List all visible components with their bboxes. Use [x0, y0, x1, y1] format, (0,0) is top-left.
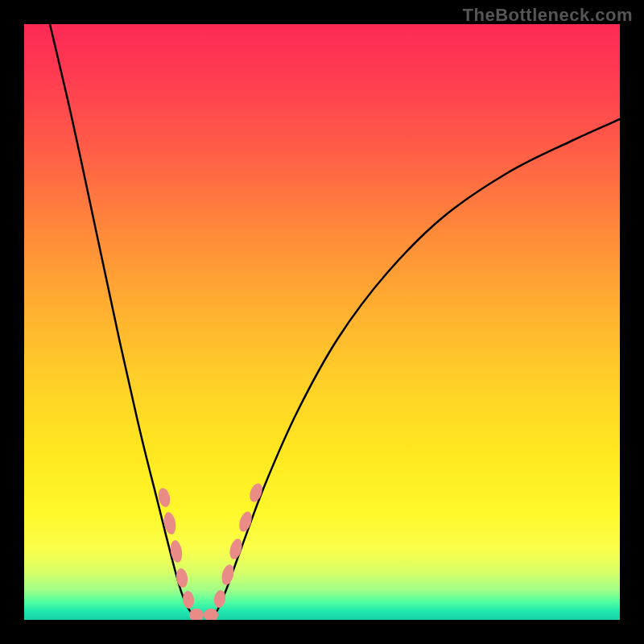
curve-group: [50, 24, 620, 618]
series-right-curve: [211, 119, 620, 618]
marker-6: [204, 609, 218, 620]
marker-group: [157, 481, 265, 620]
marker-8: [220, 564, 236, 587]
watermark-text: TheBottleneck.com: [463, 5, 633, 26]
marker-3: [175, 568, 188, 588]
marker-4: [182, 590, 195, 609]
marker-2: [169, 539, 184, 564]
marker-5: [189, 609, 204, 620]
chart-container: TheBottleneck.com: [0, 0, 644, 644]
chart-svg: [24, 24, 620, 620]
plot-area: [24, 24, 620, 620]
